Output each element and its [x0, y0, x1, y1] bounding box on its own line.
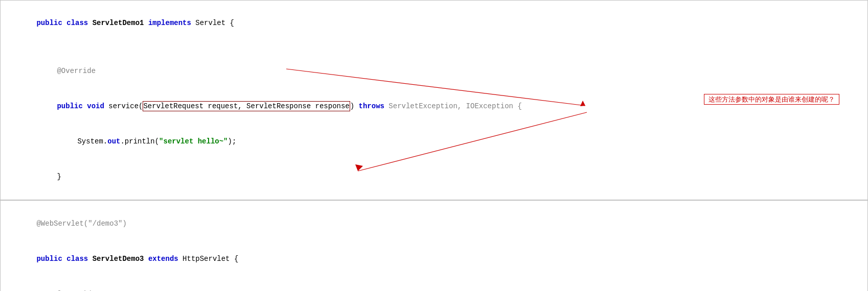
keyword-public: public: [36, 19, 66, 27]
code-line-println: System.out.println("servlet hello~");: [1, 124, 867, 159]
code-line: public class ServletDemo1 implements Ser…: [1, 6, 867, 41]
println-call: .println(: [120, 137, 159, 146]
code-line-override2: @Override: [1, 277, 867, 291]
code-block-1: public class ServletDemo1 implements Ser…: [0, 0, 868, 200]
method-tail: ): [350, 102, 359, 110]
code-line-override: @Override: [1, 54, 867, 89]
code-block-2: @WebServlet("/demo3") public class Servl…: [0, 200, 868, 291]
callout-container: 这些方法参数中的对象是由谁来创建的呢？: [704, 95, 839, 104]
annotation: @Override: [57, 67, 96, 75]
println-end: );: [228, 137, 237, 146]
kw-extends: extends: [148, 255, 182, 263]
system-ref: System.: [77, 137, 107, 146]
method-name: service(: [108, 102, 143, 110]
param-box-1: ServletRequest request, ServletResponse …: [143, 101, 350, 111]
code-line-webservlet: @WebServlet("/demo3"): [1, 206, 867, 241]
webservlet-annotation: @WebServlet("/demo3"): [36, 220, 126, 228]
exception-list: ServletException, IOException {: [389, 102, 521, 110]
page-wrapper: public class ServletDemo1 implements Ser…: [0, 0, 868, 291]
close-brace: }: [57, 173, 61, 181]
kw-void: void: [87, 102, 108, 110]
class-name: ServletDemo1: [93, 19, 148, 27]
kw-public: public: [57, 102, 87, 110]
keyword-class: class: [66, 19, 92, 27]
superclass: HttpServlet {: [182, 255, 238, 263]
string-literal: "servlet hello~": [159, 137, 227, 146]
keyword-implements: implements: [148, 19, 195, 27]
interface-name: Servlet {: [195, 19, 234, 27]
class-name-2: ServletDemo3: [93, 255, 148, 263]
code-line-brace-close: }: [1, 159, 867, 195]
kw-class2: class: [66, 255, 92, 263]
code-line-class-def: public class ServletDemo3 extends HttpSe…: [1, 241, 867, 276]
kw-public2: public: [36, 255, 66, 263]
out-field: out: [107, 137, 120, 146]
code-line-blank: [1, 41, 867, 53]
kw-throws: throws: [359, 102, 389, 110]
callout-text: 这些方法参数中的对象是由谁来创建的呢？: [704, 94, 839, 105]
